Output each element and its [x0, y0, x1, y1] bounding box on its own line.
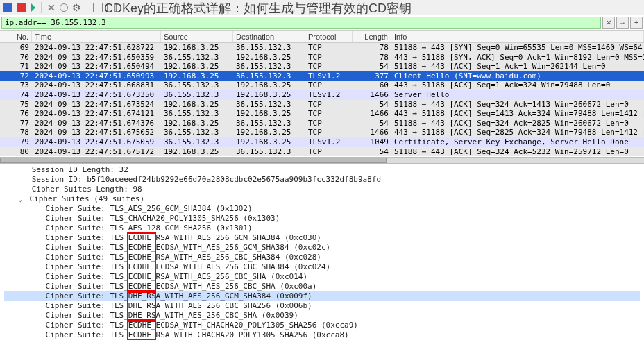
col-header-destination[interactable]: Destination [233, 31, 305, 42]
packet-cell: TCP [305, 62, 353, 71]
packet-cell: 73 [0, 81, 32, 90]
col-header-info[interactable]: Info [391, 31, 644, 42]
cipher-suite-item[interactable]: Cipher Suite: TLS_AES_128_GCM_SHA256 (0x… [4, 223, 640, 233]
packet-row[interactable]: 792024-09-13 22:47:51.67505936.155.132.3… [0, 137, 644, 147]
packet-cell: 192.168.3.25 [161, 43, 233, 53]
packet-cell: 443 → 51188 [ACK] Seq=2825 Ack=324 Win=7… [391, 128, 644, 137]
packet-cell: 192.168.3.25 [161, 62, 233, 71]
shark-fin-icon[interactable] [31, 3, 35, 12]
chevron-down-icon[interactable]: ⌄ [18, 194, 25, 204]
packet-cell: 2024-09-13 22:47:51.673350 [32, 90, 161, 100]
packet-cell: 54 [353, 147, 391, 157]
open-icon[interactable] [93, 3, 103, 12]
packet-row[interactable]: 782024-09-13 22:47:51.67505236.155.132.3… [0, 128, 644, 137]
settings-icon[interactable]: ⚙ [72, 2, 81, 13]
packet-cell: 2024-09-13 22:47:51.650359 [32, 53, 161, 62]
packet-row[interactable]: 692024-09-13 22:47:51.628722192.168.3.25… [0, 43, 644, 53]
filter-bar: ✕ → + [0, 15, 644, 31]
packet-row[interactable]: 732024-09-13 22:47:51.66883136.155.132.3… [0, 81, 644, 90]
packet-cell: 54 [353, 62, 391, 71]
packet-cell: 80 [0, 147, 32, 157]
main-toolbar: ✕ ⚙ [0, 0, 644, 15]
close-icon[interactable]: ✕ [47, 2, 56, 13]
packet-cell: 192.168.3.25 [233, 137, 305, 147]
packet-row[interactable]: 752024-09-13 22:47:51.673524192.168.3.25… [0, 100, 644, 110]
packet-cell: 60 [353, 81, 391, 90]
packet-cell: 192.168.3.25 [161, 100, 233, 110]
packet-list-header[interactable]: No. Time Source Destination Protocol Len… [0, 31, 644, 43]
scrollbar-thumb[interactable] [0, 158, 387, 163]
packet-cell: TCP [305, 53, 353, 62]
packet-row[interactable]: 742024-09-13 22:47:51.67335036.155.132.3… [0, 90, 644, 100]
packet-row[interactable]: 802024-09-13 22:47:51.675172192.168.3.25… [0, 147, 644, 157]
packet-cell: 78 [0, 128, 32, 137]
packet-cell: 36.155.132.3 [233, 100, 305, 110]
packet-cell: 2024-09-13 22:47:51.668831 [32, 81, 161, 90]
cipher-suite-item[interactable]: Cipher Suite: TLS_ECDHE_ECDSA_WITH_CHACH… [4, 321, 640, 330]
cipher-suite-item[interactable]: Cipher Suite: TLS_ECDHE_RSA_WITH_CHACHA2… [4, 330, 640, 340]
cipher-suite-item[interactable]: Cipher Suite: TLS_ECDHE_RSA_WITH_AES_256… [4, 253, 640, 262]
cipher-suite-item[interactable]: Cipher Suite: TLS_ECDHE_ECDSA_WITH_AES_2… [4, 243, 640, 253]
packet-cell: 192.168.3.25 [233, 109, 305, 119]
interfaces-icon[interactable] [3, 3, 12, 12]
packet-cell: 79 [0, 137, 32, 147]
col-header-no[interactable]: No. [0, 31, 32, 42]
cipher-suite-item[interactable]: Cipher Suite: TLS_ECDHE_RSA_WITH_AES_256… [4, 233, 640, 243]
packet-cell: TLSv1.2 [305, 71, 353, 81]
cipher-suite-item[interactable]: Cipher Suite: TLS_ECDHE_ECDSA_WITH_AES_2… [4, 282, 640, 291]
save-icon[interactable] [107, 3, 117, 12]
packet-cell: 2024-09-13 22:47:51.673524 [32, 100, 161, 110]
packet-row[interactable]: 772024-09-13 22:47:51.674376192.168.3.25… [0, 119, 644, 128]
packet-row[interactable]: 722024-09-13 22:47:51.650993192.168.3.25… [0, 71, 644, 81]
packet-cell: 51188 → 443 [ACK] Seq=324 Ack=1413 Win=2… [391, 100, 644, 110]
packet-row[interactable]: 762024-09-13 22:47:51.67412136.155.132.3… [0, 109, 644, 119]
display-filter-input[interactable] [1, 17, 601, 29]
packet-cell: 2024-09-13 22:47:51.675059 [32, 137, 161, 147]
detail-cipher-suites-header[interactable]: ⌄ Cipher Suites (49 suites) [4, 194, 640, 204]
packet-cell: TCP [305, 81, 353, 90]
packet-cell: 2024-09-13 22:47:51.628722 [32, 43, 161, 53]
packet-rows[interactable]: 692024-09-13 22:47:51.628722192.168.3.25… [0, 43, 644, 156]
col-header-length[interactable]: Length [353, 31, 391, 42]
filter-clear-button[interactable]: ✕ [602, 17, 615, 29]
cipher-suite-item[interactable]: Cipher Suite: TLS_ECDHE_RSA_WITH_AES_256… [4, 272, 640, 282]
packet-cell: Client Hello (SNI=www.baidu.com) [391, 71, 644, 81]
horizontal-scrollbar[interactable] [0, 157, 644, 164]
packet-row[interactable]: 702024-09-13 22:47:51.65035936.155.132.3… [0, 53, 644, 62]
detail-session-id[interactable]: Session ID: b5f10aceeedf24bb9292e66d70a2… [4, 175, 640, 185]
col-header-source[interactable]: Source [161, 31, 233, 42]
cipher-suite-item[interactable]: Cipher Suite: TLS_AES_256_GCM_SHA384 (0x… [4, 204, 640, 214]
cipher-suite-item[interactable]: Cipher Suite: TLS_ECDHE_ECDSA_WITH_AES_2… [4, 262, 640, 272]
col-header-protocol[interactable]: Protocol [305, 31, 353, 42]
packet-cell: 36.155.132.3 [233, 62, 305, 71]
packet-cell: 70 [0, 53, 32, 62]
cipher-suite-item[interactable]: Cipher Suite: TLS_DHE_RSA_WITH_AES_256_C… [4, 301, 640, 311]
packet-cell: 1466 [353, 128, 391, 137]
packet-cell: 36.155.132.3 [161, 81, 233, 90]
packet-cell: TCP [305, 109, 353, 119]
packet-cell: TCP [305, 119, 353, 128]
detail-cipher-suites-length[interactable]: Cipher Suites Length: 98 [4, 185, 640, 194]
packet-details-pane[interactable]: Session ID Length: 32 Session ID: b5f10a… [0, 164, 644, 341]
col-header-time[interactable]: Time [32, 31, 161, 42]
packet-row[interactable]: 712024-09-13 22:47:51.650494192.168.3.25… [0, 62, 644, 71]
filter-add-button[interactable]: + [630, 17, 643, 29]
restart-icon[interactable] [60, 3, 68, 12]
packet-list-pane: No. Time Source Destination Protocol Len… [0, 31, 644, 157]
cipher-suite-item[interactable]: Cipher Suite: TLS_DHE_RSA_WITH_AES_256_C… [4, 311, 640, 321]
stop-capture-icon[interactable] [17, 3, 26, 12]
packet-cell: Server Hello [391, 90, 644, 100]
packet-cell: 1466 [353, 90, 391, 100]
filter-apply-button[interactable]: → [616, 17, 629, 29]
packet-cell: TCP [305, 147, 353, 157]
cipher-suite-item[interactable]: Cipher Suite: TLS_CHACHA20_POLY1305_SHA2… [4, 214, 640, 223]
cipher-suite-item[interactable]: Cipher Suite: TLS_DHE_RSA_WITH_AES_256_G… [4, 291, 640, 301]
packet-cell: 1466 [353, 109, 391, 119]
toolbar-separator [87, 2, 87, 13]
packet-cell: 51188 → 443 [ACK] Seq=324 Ack=2825 Win=2… [391, 119, 644, 128]
packet-cell: 72 [0, 71, 32, 81]
packet-cell: 76 [0, 109, 32, 119]
packet-cell: 192.168.3.25 [161, 147, 233, 157]
detail-session-id-length[interactable]: Session ID Length: 32 [4, 165, 640, 175]
packet-cell: 2024-09-13 22:47:51.675172 [32, 147, 161, 157]
